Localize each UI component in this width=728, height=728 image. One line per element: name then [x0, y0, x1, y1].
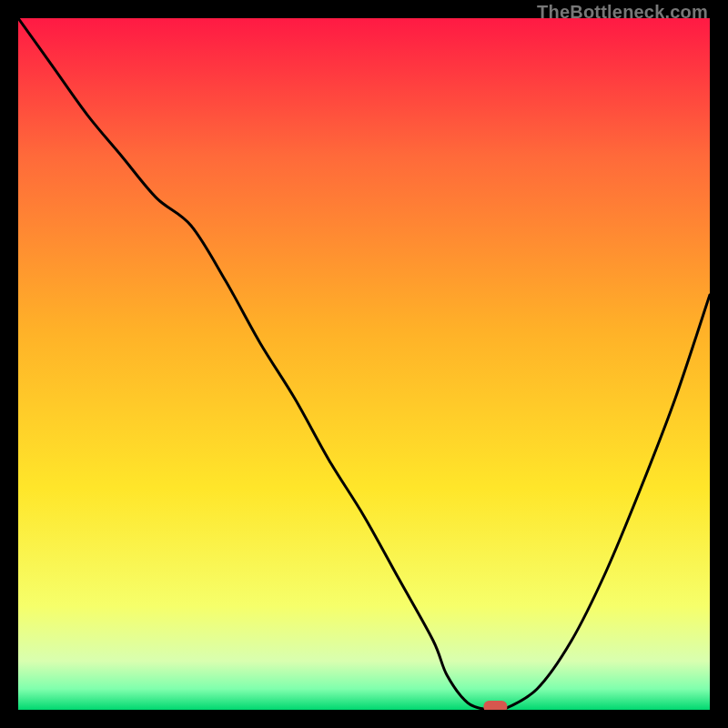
optimal-point-marker: [483, 701, 507, 710]
chart-svg: [18, 18, 710, 710]
gradient-background: [18, 18, 710, 710]
watermark-text: TheBottleneck.com: [537, 2, 708, 23]
bottleneck-chart: [18, 18, 710, 710]
